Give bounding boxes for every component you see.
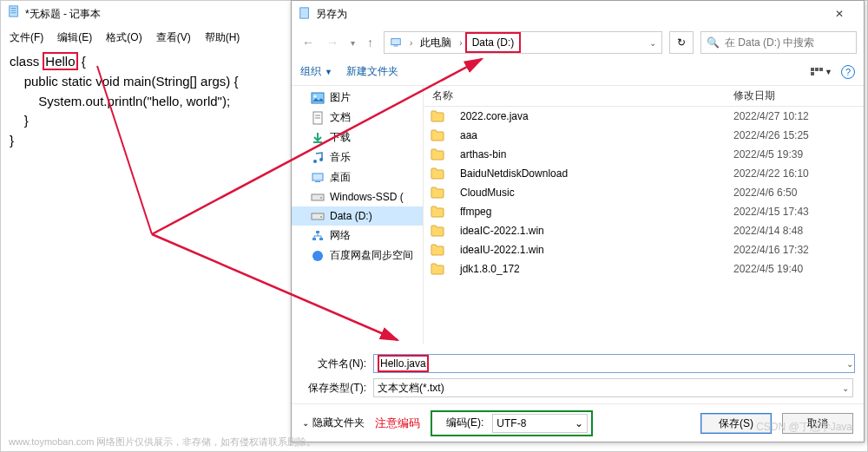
tree-item[interactable]: Windows-SSD (	[292, 187, 423, 206]
list-item[interactable]: BaiduNetdiskDownload2022/4/22 16:10	[424, 164, 864, 183]
tree-item[interactable]: Data (D:)	[292, 206, 423, 226]
row-name: arthas-bin	[451, 148, 733, 160]
encoding-label: 编码(E):	[446, 416, 483, 430]
view-mode-button[interactable]: ▼	[811, 68, 832, 76]
list-item[interactable]: ffmpeg2022/4/15 17:43	[424, 202, 864, 221]
nav-up-icon[interactable]: ↑	[364, 34, 377, 51]
row-date: 2022/4/14 8:48	[733, 225, 864, 237]
search-input[interactable]: 🔍 在 Data (D:) 中搜索	[700, 31, 857, 54]
row-date: 2022/4/22 16:10	[733, 167, 864, 180]
close-button[interactable]: ✕	[822, 2, 857, 26]
help-icon[interactable]: ?	[841, 65, 855, 79]
encoding-group: 编码(E): UTF-8 ⌄	[431, 410, 593, 436]
list-item[interactable]: aaa2022/4/26 15:25	[424, 126, 864, 145]
svg-point-8	[314, 95, 317, 97]
crumb-data-d[interactable]: Data (D:)	[465, 32, 522, 53]
svg-point-24	[312, 251, 323, 261]
search-icon: 🔍	[707, 36, 720, 49]
breadcrumb[interactable]: › 此电脑 › Data (D:) ⌄	[384, 31, 662, 54]
svg-rect-0	[10, 6, 18, 16]
menu-help[interactable]: 帮助(H)	[205, 30, 240, 45]
menu-format[interactable]: 格式(O)	[106, 30, 141, 45]
tree-item-label: 桌面	[330, 170, 351, 185]
file-list: 名称 修改日期 2022.core.java2022/4/27 10:12aaa…	[424, 86, 864, 344]
network-icon	[311, 229, 325, 243]
drive-icon	[311, 190, 325, 204]
row-name: aaa	[451, 129, 733, 141]
tree-item[interactable]: 图片	[292, 88, 423, 108]
save-as-dialog: 另存为 ✕ ← → ▾ ↑ › 此电脑 › Data (D:) ⌄ ↻ 🔍 在 …	[291, 0, 865, 442]
dialog-titlebar: 另存为 ✕	[292, 1, 864, 27]
folder-icon	[431, 148, 444, 160]
dialog-icon	[299, 7, 311, 22]
folder-icon	[431, 244, 444, 256]
folder-icon	[431, 263, 444, 275]
tree-item-label: Data (D:)	[330, 210, 372, 222]
list-item[interactable]: 2022.core.java2022/4/27 10:12	[424, 107, 864, 126]
row-name: CloudMusic	[451, 187, 733, 199]
row-name: BaiduNetdiskDownload	[451, 167, 733, 180]
list-item[interactable]: CloudMusic2022/4/6 6:50	[424, 183, 864, 202]
crumb-this-pc[interactable]: 此电脑	[415, 32, 457, 53]
svg-rect-16	[315, 181, 320, 182]
svg-rect-23	[319, 238, 323, 240]
row-date: 2022/4/15 17:43	[733, 206, 864, 218]
column-header-date[interactable]: 修改日期	[733, 88, 864, 103]
tree-item[interactable]: 文档	[292, 108, 423, 128]
folder-icon	[431, 187, 444, 199]
svg-point-20	[320, 216, 322, 218]
list-item[interactable]: arthas-bin2022/4/5 19:39	[424, 145, 864, 164]
encoding-select[interactable]: UTF-8 ⌄	[492, 414, 588, 433]
chevron-right-icon[interactable]: ›	[407, 38, 415, 48]
tree-item-label: 图片	[330, 90, 351, 105]
filetype-select[interactable]: 文本文档(*.txt) ⌄	[373, 378, 853, 397]
menu-view[interactable]: 查看(V)	[156, 30, 191, 45]
list-body[interactable]: 2022.core.java2022/4/27 10:12aaa2022/4/2…	[424, 107, 864, 344]
tree-item[interactable]: 桌面	[292, 167, 423, 187]
svg-rect-19	[312, 213, 324, 219]
refresh-button[interactable]: ↻	[669, 31, 694, 54]
notepad-title: *无标题 - 记事本	[25, 1, 101, 27]
chevron-right-icon[interactable]: ›	[457, 38, 464, 48]
row-date: 2022/4/6 6:50	[733, 187, 864, 199]
tree-item[interactable]: 音乐	[292, 147, 423, 167]
folder-icon	[431, 206, 444, 218]
row-date: 2022/4/16 17:32	[733, 244, 864, 256]
column-header-name[interactable]: 名称	[424, 88, 733, 103]
chevron-down-icon[interactable]: ⌄	[647, 38, 661, 48]
hide-folders-toggle[interactable]: ⌄隐藏文件夹	[302, 416, 365, 430]
classname-highlight: Hello	[43, 52, 77, 70]
nav-forward-icon[interactable]: →	[323, 34, 342, 51]
row-date: 2022/4/5 19:40	[733, 263, 864, 275]
code-text: class	[10, 54, 43, 69]
list-item[interactable]: jdk1.8.0_1722022/4/5 19:40	[424, 259, 864, 278]
notepad-icon	[8, 1, 20, 27]
tree-item[interactable]: 百度网盘同步空间	[292, 246, 423, 265]
svg-rect-12	[313, 141, 322, 143]
drive-icon	[311, 209, 325, 223]
list-header: 名称 修改日期	[424, 86, 864, 107]
list-item[interactable]: ideaIC-2022.1.win2022/4/14 8:48	[424, 221, 864, 240]
watermark: CSDN @丁总学Java	[756, 420, 852, 435]
nav-back-icon[interactable]: ←	[299, 34, 318, 51]
list-item[interactable]: ideaIU-2022.1.win2022/4/16 17:32	[424, 240, 864, 259]
folder-tree[interactable]: 图片文档下载音乐桌面Windows-SSD (Data (D:)网络百度网盘同步…	[292, 86, 424, 344]
filetype-value: 文本文档(*.txt)	[378, 381, 444, 396]
tree-item[interactable]: 网络	[292, 226, 423, 246]
tree-item-label: 文档	[330, 110, 351, 125]
row-date: 2022/4/27 10:12	[733, 110, 864, 122]
svg-point-14	[319, 158, 323, 161]
svg-point-13	[313, 160, 317, 163]
new-folder-button[interactable]: 新建文件夹	[346, 64, 398, 79]
svg-rect-5	[391, 39, 401, 45]
menu-edit[interactable]: 编辑(E)	[57, 30, 92, 45]
crumb-pc-icon[interactable]	[385, 32, 407, 53]
filetype-label: 保存类型(T):	[302, 381, 366, 396]
svg-point-18	[320, 197, 322, 199]
music-icon	[311, 151, 325, 165]
menu-file[interactable]: 文件(F)	[10, 30, 43, 45]
organize-menu[interactable]: 组织▼	[300, 64, 332, 79]
filename-input[interactable]: Hello.java	[373, 354, 855, 373]
nav-recent-icon[interactable]: ▾	[347, 36, 358, 49]
tree-item[interactable]: 下载	[292, 128, 423, 147]
